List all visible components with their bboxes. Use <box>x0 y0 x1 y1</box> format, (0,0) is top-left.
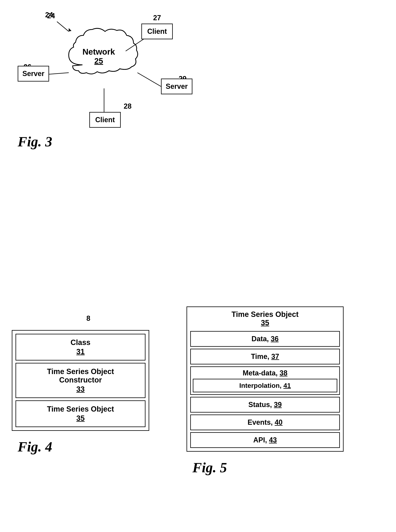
ref-24-label: 24 <box>45 11 53 19</box>
network-label: Network 25 <box>82 47 115 65</box>
fig5-label: Fig. 5 <box>186 460 344 476</box>
api-item: API, 43 <box>190 432 340 448</box>
svg-line-2 <box>137 73 161 86</box>
constructor-box: Time Series Object Constructor 33 <box>16 363 146 398</box>
svg-line-4 <box>57 22 69 31</box>
fig5-outer-box: Time Series Object 35 Data, 36 Time, 37 … <box>186 307 344 452</box>
fig5-title: Time Series Object 35 <box>190 310 340 329</box>
fig3-label: Fig. 3 <box>18 134 52 150</box>
server-right-box: Server <box>161 79 192 94</box>
fig5-diagram: Time Series Object 35 Data, 36 Time, 37 … <box>186 307 344 476</box>
fig4-label: Fig. 4 <box>12 439 149 455</box>
ref-8: 8 <box>86 314 90 323</box>
ref-27: 27 <box>153 14 161 22</box>
svg-marker-5 <box>67 28 72 33</box>
metadata-item: Meta-data, 38 Interpolation, 41 <box>190 366 340 395</box>
fig4-diagram: 8 Class 31 Time Series Object Constructo… <box>12 330 149 455</box>
client-bottom-box: Client <box>89 112 121 128</box>
server-left-box: Server <box>18 66 49 82</box>
time-item: Time, 37 <box>190 349 340 364</box>
status-item: Status, 39 <box>190 397 340 413</box>
client-top-box: Client <box>141 24 173 39</box>
class-box: Class 31 <box>16 334 146 361</box>
data-item: Data, 36 <box>190 331 340 347</box>
fig4-outer-box: Class 31 Time Series Object Constructor … <box>12 330 149 431</box>
ref-28: 28 <box>124 102 132 110</box>
interpolation-item: Interpolation, 41 <box>193 379 337 392</box>
fig3-diagram: 24 26 27 29 28 Network 25 Server Client … <box>12 8 208 153</box>
tso-box-fig4: Time Series Object 35 <box>16 400 146 427</box>
events-item: Events, 40 <box>190 414 340 430</box>
